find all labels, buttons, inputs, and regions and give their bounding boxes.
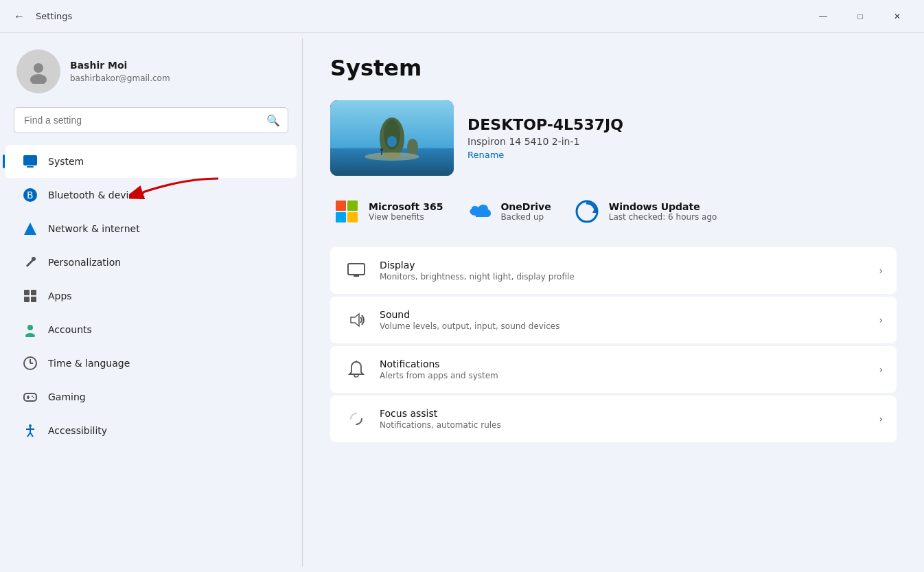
window-title: Settings: [36, 11, 72, 21]
page-title: System: [330, 55, 897, 81]
quick-link-onedrive[interactable]: OneDrive Backed up: [462, 195, 553, 228]
svg-point-34: [407, 139, 418, 155]
settings-item-display[interactable]: Display Monitors, brightness, night ligh…: [330, 247, 897, 294]
svg-rect-11: [31, 290, 36, 295]
user-name: Bashir Moi: [70, 60, 170, 71]
search-box: 🔍: [14, 107, 288, 133]
sidebar-item-gaming-label: Gaming: [48, 391, 86, 402]
svg-point-33: [387, 136, 397, 147]
quick-link-microsoft365-subtitle: View benefits: [369, 212, 443, 222]
settings-item-focus-text: Focus assist Notifications, automatic ru…: [380, 408, 868, 430]
svg-point-45: [354, 374, 358, 377]
svg-point-14: [27, 325, 33, 330]
svg-rect-10: [24, 290, 30, 295]
svg-line-28: [30, 433, 33, 437]
focus-subtitle: Notifications, automatic rules: [380, 420, 868, 430]
sound-icon: [344, 308, 369, 332]
back-button[interactable]: ←: [11, 8, 27, 25]
sidebar-item-gaming[interactable]: Gaming: [5, 380, 297, 413]
title-bar-controls: — □ ✕: [807, 5, 913, 27]
user-info: Bashir Moi bashirbakor@gmail.com: [70, 60, 170, 83]
avatar: [16, 49, 60, 93]
settings-item-sound[interactable]: Sound Volume levels, output, input, soun…: [330, 297, 897, 343]
sidebar-item-personalization[interactable]: Personalization: [5, 246, 297, 279]
sidebar: Bashir Moi bashirbakor@gmail.com 🔍 Syste…: [0, 33, 302, 572]
quick-link-windowsupdate[interactable]: Windows Update Last checked: 6 hours ago: [570, 195, 720, 228]
svg-point-0: [34, 63, 43, 73]
display-chevron-icon: ›: [879, 265, 883, 276]
sound-subtitle: Volume levels, output, input, sound devi…: [380, 321, 868, 331]
svg-point-24: [29, 424, 32, 427]
search-input[interactable]: [14, 107, 288, 133]
svg-point-15: [25, 333, 35, 337]
svg-rect-3: [27, 166, 34, 168]
sidebar-item-network-label: Network & internet: [48, 223, 140, 234]
settings-item-sound-text: Sound Volume levels, output, input, soun…: [380, 309, 868, 331]
svg-rect-40: [348, 264, 365, 275]
focus-chevron-icon: ›: [879, 413, 883, 424]
display-icon: [344, 258, 369, 283]
quick-link-windowsupdate-title: Windows Update: [609, 201, 717, 212]
quick-link-windowsupdate-subtitle: Last checked: 6 hours ago: [609, 212, 717, 222]
sidebar-item-time[interactable]: Time & language: [5, 347, 297, 380]
display-title: Display: [380, 260, 868, 271]
sidebar-item-network[interactable]: Network & internet: [5, 212, 297, 245]
sidebar-item-accessibility-label: Accessibility: [48, 425, 107, 436]
apps-icon: [22, 288, 38, 304]
display-subtitle: Monitors, brightness, night light, displ…: [380, 272, 868, 282]
sidebar-item-accessibility[interactable]: Accessibility: [5, 414, 297, 447]
device-name: DESKTOP-4L537JQ: [467, 116, 623, 133]
accessibility-icon: [22, 422, 38, 439]
sidebar-item-accounts[interactable]: Accounts: [5, 313, 297, 346]
settings-item-notifications-text: Notifications Alerts from apps and syste…: [380, 358, 868, 380]
device-image: [330, 100, 454, 176]
quick-link-microsoft365[interactable]: Microsoft 365 View benefits: [330, 195, 446, 228]
quick-link-onedrive-subtitle: Backed up: [500, 212, 551, 222]
svg-marker-7: [24, 222, 36, 235]
focus-icon: [344, 407, 369, 431]
svg-point-23: [33, 397, 34, 398]
sidebar-item-system[interactable]: System: [5, 145, 297, 178]
user-section[interactable]: Bashir Moi bashirbakor@gmail.com: [0, 33, 302, 107]
device-model: Inspiron 14 5410 2-in-1: [467, 136, 623, 147]
notifications-title: Notifications: [380, 358, 868, 369]
focus-title: Focus assist: [380, 408, 868, 419]
device-card: DESKTOP-4L537JQ Inspiron 14 5410 2-in-1 …: [330, 100, 897, 176]
svg-point-9: [32, 257, 36, 261]
svg-rect-12: [24, 297, 30, 302]
sidebar-item-apps[interactable]: Apps: [5, 279, 297, 312]
svg-marker-43: [351, 314, 359, 326]
minimize-button[interactable]: —: [807, 5, 839, 27]
settings-item-notifications[interactable]: Notifications Alerts from apps and syste…: [330, 346, 897, 393]
svg-rect-13: [31, 297, 36, 302]
sidebar-item-system-label: System: [48, 156, 84, 167]
sidebar-item-bluetooth[interactable]: B Bluetooth & devices: [5, 179, 297, 211]
microsoft365-icon: [333, 198, 360, 225]
app-body: Bashir Moi bashirbakor@gmail.com 🔍 Syste…: [0, 33, 924, 572]
quick-links: Microsoft 365 View benefits OneDrive Bac…: [330, 195, 897, 228]
svg-text:B: B: [27, 190, 34, 201]
close-button[interactable]: ✕: [881, 5, 913, 27]
windowsupdate-icon: [573, 198, 601, 225]
device-details: DESKTOP-4L537JQ Inspiron 14 5410 2-in-1 …: [467, 116, 623, 160]
sidebar-item-accounts-label: Accounts: [48, 324, 92, 335]
notifications-subtitle: Alerts from apps and system: [380, 371, 868, 380]
settings-item-focus[interactable]: Focus assist Notifications, automatic ru…: [330, 396, 897, 442]
svg-rect-2: [23, 155, 37, 165]
rename-link[interactable]: Rename: [467, 150, 623, 160]
time-icon: [22, 355, 38, 371]
search-icon: 🔍: [266, 114, 280, 127]
user-icon: [26, 59, 51, 84]
personalization-icon: [22, 254, 38, 271]
maximize-button[interactable]: □: [844, 5, 876, 27]
svg-point-1: [30, 74, 47, 84]
quick-link-onedrive-text: OneDrive Backed up: [500, 201, 551, 222]
notifications-icon: [344, 357, 369, 382]
svg-point-22: [32, 396, 33, 397]
quick-link-microsoft365-text: Microsoft 365 View benefits: [369, 201, 443, 222]
sound-title: Sound: [380, 309, 868, 320]
sidebar-item-bluetooth-label: Bluetooth & devices: [48, 190, 145, 201]
svg-point-35: [365, 152, 419, 161]
notifications-chevron-icon: ›: [879, 364, 883, 375]
svg-rect-19: [24, 393, 36, 401]
